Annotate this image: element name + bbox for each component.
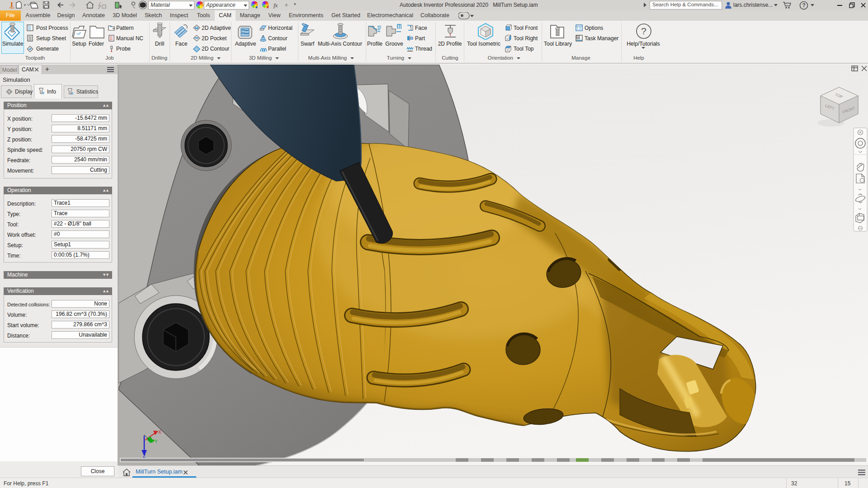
- svg-text:%: %: [577, 36, 579, 39]
- svg-text:G2: G2: [110, 38, 113, 41]
- svg-text:#: #: [42, 91, 44, 95]
- svg-text:X: X: [158, 430, 161, 435]
- svg-text:#: #: [71, 91, 73, 96]
- svg-text:Y: Y: [155, 439, 158, 444]
- svg-text:G2: G2: [28, 28, 31, 30]
- svg-text:G1: G1: [28, 26, 31, 28]
- svg-text:?: ?: [802, 2, 806, 9]
- svg-text:?: ?: [641, 26, 646, 36]
- svg-text:fx: fx: [274, 2, 278, 9]
- svg-text:G1: G1: [110, 36, 113, 38]
